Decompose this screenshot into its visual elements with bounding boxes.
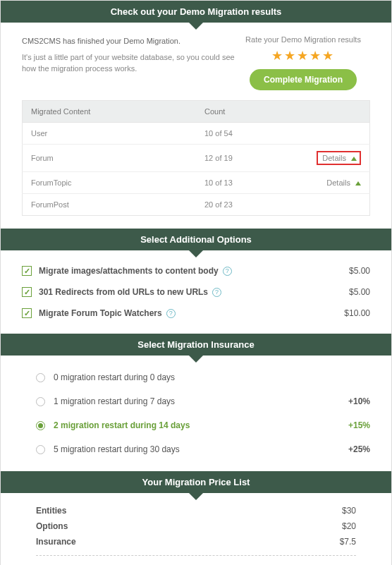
section-header-price: Your Migration Price List (1, 471, 391, 493)
content-count: 20 of 23 (196, 194, 307, 216)
radio[interactable] (36, 421, 45, 430)
option-label: Migrate images/attachments to content bo… (39, 266, 219, 276)
insurance-option[interactable]: 5 migration restart during 30 days+25% (22, 437, 370, 461)
details-label: Details (326, 178, 350, 187)
option-price: $10.00 (344, 308, 370, 318)
option-price: $5.00 (349, 287, 370, 297)
insurance-option[interactable]: 1 migration restart during 7 days+10% (22, 389, 370, 413)
insurance-option[interactable]: 0 migration restart during 0 days (22, 365, 370, 389)
migrated-content-table: Migrated Content Count User10 of 54Forum… (22, 100, 370, 216)
price-label: Insurance (36, 537, 76, 547)
help-icon[interactable]: ? (166, 309, 176, 318)
insurance-modifier: +15% (348, 420, 370, 430)
price-row: Insurance$7.5 (22, 534, 370, 549)
content-count: 10 of 54 (196, 123, 307, 145)
intro-line1: CMS2CMS has finished your Demo Migration… (22, 35, 236, 47)
option-label: Migrate Forum Topic Watchers (39, 308, 162, 318)
table-row: ForumPost20 of 23 (23, 194, 370, 216)
option-row: ✓Migrate images/attachments to content b… (22, 260, 370, 281)
content-name: ForumTopic (23, 172, 197, 194)
table-row: User10 of 54 (23, 123, 370, 145)
help-icon[interactable]: ? (212, 288, 221, 297)
insurance-option[interactable]: 2 migration restart during 14 days+15% (22, 413, 370, 437)
insurance-label: 2 migration restart during 14 days (54, 420, 190, 430)
section-header-insurance: Select Migration Insurance (1, 334, 391, 356)
section-header-results: Check out your Demo Migration results (1, 1, 391, 23)
price-row: Entities$30 (22, 503, 370, 518)
content-name: User (23, 123, 197, 145)
option-row: ✓301 Redirects from old URLs to new URLs… (22, 281, 370, 303)
option-label: 301 Redirects from old URLs to new URLs (39, 287, 208, 297)
total-row: TOTAL PRICE: $57.5 (22, 561, 370, 565)
rate-label: Rate your Demo Migration results (236, 35, 370, 44)
details-label: Details (322, 154, 346, 162)
insurance-label: 1 migration restart during 7 days (54, 396, 175, 406)
price-label: Options (36, 521, 68, 531)
complete-migration-button-top[interactable]: Complete Migration (250, 69, 357, 90)
content-name: Forum (23, 145, 197, 172)
chevron-up-icon (355, 181, 361, 186)
help-icon[interactable]: ? (223, 267, 232, 276)
chevron-up-icon (351, 157, 357, 161)
insurance-label: 5 migration restart during 30 days (54, 444, 180, 454)
checkbox[interactable]: ✓ (22, 308, 32, 318)
section-header-options: Select Additional Options (1, 229, 391, 250)
price-label: Entities (36, 506, 66, 516)
intro-line2: It's just a little part of your website … (22, 51, 236, 75)
checkbox[interactable]: ✓ (22, 266, 32, 276)
radio[interactable] (36, 445, 45, 454)
insurance-label: 0 migration restart during 0 days (54, 372, 175, 382)
rating-stars[interactable]: ★★★★★ (236, 48, 370, 63)
intro-row: CMS2CMS has finished your Demo Migration… (1, 23, 391, 100)
insurance-modifier: +10% (348, 396, 370, 406)
radio[interactable] (36, 397, 45, 406)
price-value: $20 (342, 521, 356, 531)
col-count: Count (196, 101, 307, 123)
details-toggle[interactable]: Details (326, 178, 361, 187)
price-row: Options$20 (22, 518, 370, 534)
content-count: 12 of 19 (196, 145, 307, 172)
col-migrated-content: Migrated Content (23, 101, 197, 123)
radio[interactable] (36, 373, 45, 382)
option-price: $5.00 (349, 266, 370, 276)
table-row: Forum12 of 19Details (23, 145, 370, 172)
price-value: $30 (342, 506, 356, 516)
content-count: 10 of 13 (196, 172, 307, 194)
option-row: ✓Migrate Forum Topic Watchers?$10.00 (22, 303, 370, 324)
divider (36, 555, 356, 556)
checkbox[interactable]: ✓ (22, 287, 32, 297)
content-name: ForumPost (23, 194, 197, 216)
price-value: $7.5 (340, 537, 356, 547)
table-row: ForumTopic10 of 13Details (23, 172, 370, 194)
details-toggle[interactable]: Details (317, 151, 361, 165)
insurance-modifier: +25% (348, 444, 370, 454)
